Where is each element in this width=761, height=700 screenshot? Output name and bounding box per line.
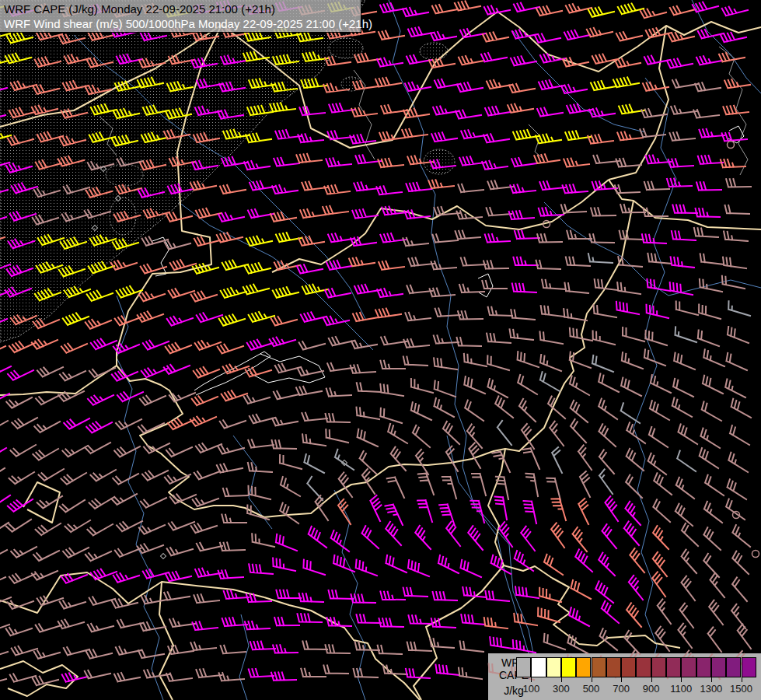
wind-barb <box>360 451 376 474</box>
wind-barb <box>700 429 720 448</box>
wind-barb <box>115 548 141 557</box>
wind-barb <box>246 236 272 246</box>
wind-barb <box>196 443 222 453</box>
wind-barb <box>433 107 459 115</box>
wind-barb <box>587 28 613 37</box>
wind-barb <box>116 419 141 429</box>
wind-barb <box>379 618 404 627</box>
wind-barb <box>616 159 642 167</box>
wind-barb <box>536 6 562 16</box>
wind-barb <box>724 79 750 88</box>
wind-barb <box>698 331 719 347</box>
wind-barb <box>196 669 222 677</box>
legend-color-box <box>546 657 561 677</box>
wind-barb <box>354 182 379 191</box>
wind-barb <box>571 419 586 443</box>
wind-barb <box>169 619 195 627</box>
wind-barb <box>37 597 63 606</box>
wind-barb <box>518 375 537 394</box>
wind-barb <box>170 494 196 503</box>
wind-barb <box>280 503 298 523</box>
legend-tick-label: 500 <box>574 683 609 695</box>
wind-barb <box>246 368 271 377</box>
wind-barb <box>276 534 297 551</box>
wind-barb <box>618 4 644 15</box>
wind-barb <box>86 649 112 658</box>
wind-barb <box>731 604 745 628</box>
wind-barb <box>246 134 271 143</box>
wind-barb <box>602 524 617 548</box>
legend-color-box <box>742 657 756 677</box>
wind-barb <box>534 154 560 163</box>
country-border <box>272 180 609 272</box>
wind-barb <box>379 132 405 141</box>
wind-barb <box>218 213 244 222</box>
wind-barb <box>673 379 693 397</box>
wind-barb <box>323 206 348 215</box>
wind-barb <box>380 592 405 600</box>
wind-barb <box>602 601 619 623</box>
wind-barb <box>169 289 194 298</box>
legend-tick <box>621 677 622 682</box>
wind-barb <box>0 523 9 535</box>
wind-barb <box>326 429 348 443</box>
wind-barb <box>592 355 613 372</box>
wind-barb <box>274 261 300 270</box>
cape-contour-gray <box>719 47 748 175</box>
wind-barb <box>299 593 323 602</box>
wind-barb <box>442 477 456 499</box>
wind-barb <box>481 53 507 61</box>
wind-barb <box>379 261 404 270</box>
wind-barb <box>413 425 430 447</box>
wind-barb <box>386 505 403 525</box>
wind-barb <box>459 668 482 679</box>
wind-barb <box>387 478 404 498</box>
wind-barb <box>270 338 295 347</box>
wind-barb <box>541 306 564 317</box>
wind-barb <box>192 396 218 405</box>
wind-barb <box>326 388 351 396</box>
wind-barb <box>719 53 745 61</box>
wind-barb <box>381 337 407 345</box>
wind-barb <box>85 443 110 453</box>
wind-barb <box>351 594 376 603</box>
legend-tick <box>561 677 562 682</box>
wind-barb <box>298 134 323 142</box>
wind-barb <box>727 353 748 370</box>
wind-barb <box>435 381 456 397</box>
wind-barb <box>377 58 403 67</box>
legend-tick <box>592 677 592 682</box>
wind-barb <box>682 576 696 600</box>
city-marker <box>160 553 166 558</box>
wind-barb <box>432 5 458 13</box>
legend-color-box <box>516 657 531 677</box>
wind-barb <box>391 447 406 471</box>
wind-barb <box>484 5 510 14</box>
wind-barb <box>646 156 671 164</box>
wind-barb <box>302 285 328 294</box>
wind-barb <box>564 30 590 40</box>
wind-barb <box>565 131 591 140</box>
wind-barb <box>141 498 166 508</box>
wind-barb <box>641 9 666 18</box>
wind-barb <box>599 450 614 474</box>
wind-barb <box>464 376 485 394</box>
wind-barb <box>60 371 86 380</box>
wind-barb <box>197 313 222 322</box>
legend-color-box <box>696 657 711 677</box>
legend-color-box <box>666 657 681 677</box>
wind-barb <box>696 208 720 217</box>
wind-barb <box>244 161 270 170</box>
wind-barb <box>537 234 562 242</box>
wind-barb <box>599 374 619 393</box>
wind-barb <box>590 234 615 243</box>
wind-barb <box>355 155 381 163</box>
wind-barb <box>329 103 354 112</box>
wind-barb <box>668 159 693 167</box>
wind-barb <box>472 474 486 495</box>
wind-barb <box>274 391 299 399</box>
cape-stipple-patch <box>106 164 143 186</box>
wind-barb <box>705 475 724 495</box>
wind-barb <box>86 551 111 561</box>
wind-barb <box>469 443 480 469</box>
